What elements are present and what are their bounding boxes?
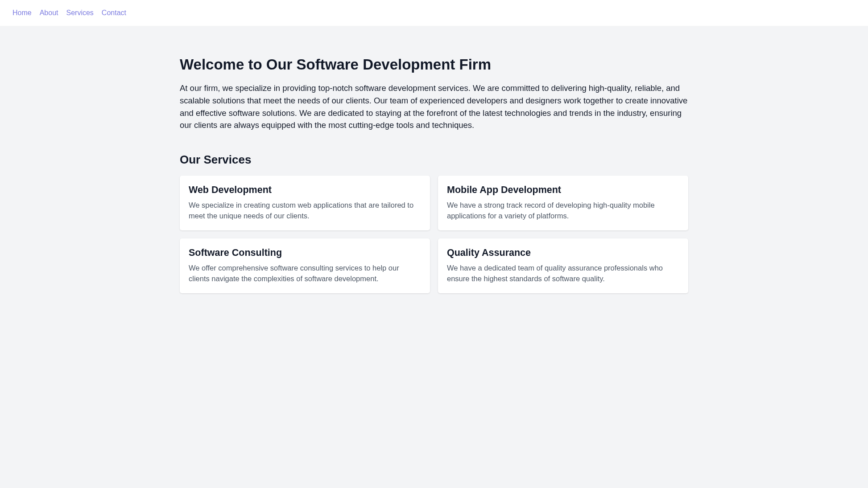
nav-link-about[interactable]: About [40, 9, 58, 16]
service-card-web-development: Web Development We specialize in creatin… [180, 176, 430, 230]
service-card-title: Web Development [189, 185, 421, 196]
nav-item-services: Services [66, 9, 94, 17]
service-card-title: Mobile App Development [447, 185, 679, 196]
nav-link-services[interactable]: Services [66, 9, 94, 16]
service-card-description: We have a strong track record of develop… [447, 200, 679, 221]
services-title: Our Services [180, 153, 688, 167]
nav-link-contact[interactable]: Contact [102, 9, 126, 16]
navigation: Home About Services Contact [0, 0, 868, 26]
service-card-consulting: Software Consulting We offer comprehensi… [180, 238, 430, 293]
services-grid: Web Development We specialize in creatin… [180, 176, 688, 293]
hero-description: At our firm, we specialize in providing … [180, 82, 688, 131]
service-card-description: We offer comprehensive software consulti… [189, 263, 421, 284]
service-card-mobile-app: Mobile App Development We have a strong … [438, 176, 688, 230]
nav-link-home[interactable]: Home [12, 9, 32, 16]
nav-item-contact: Contact [102, 9, 126, 17]
page-title: Welcome to Our Software Development Firm [180, 56, 688, 73]
service-card-title: Quality Assurance [447, 247, 679, 258]
service-card-description: We specialize in creating custom web app… [189, 200, 421, 221]
nav-item-home: Home [12, 9, 32, 17]
service-card-qa: Quality Assurance We have a dedicated te… [438, 238, 688, 293]
service-card-description: We have a dedicated team of quality assu… [447, 263, 679, 284]
nav-item-about: About [40, 9, 58, 17]
nav-list: Home About Services Contact [12, 9, 856, 17]
services-section: Our Services Web Development We speciali… [180, 153, 688, 293]
service-card-title: Software Consulting [189, 247, 421, 258]
hero-section: Welcome to Our Software Development Firm… [180, 56, 688, 131]
main-content: Welcome to Our Software Development Firm… [180, 26, 688, 324]
